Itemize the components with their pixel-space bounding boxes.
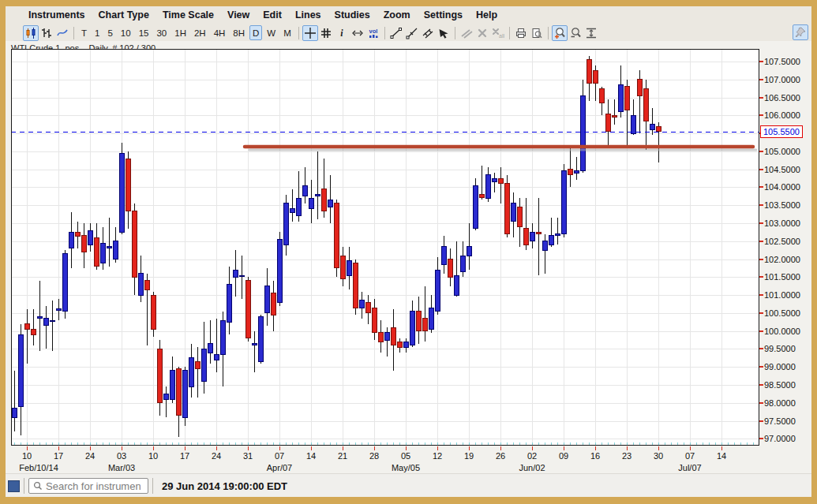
pin-icon [794,26,807,39]
date-axis-label: 03 [106,451,137,461]
zoom-in-icon [553,27,566,39]
price-axis-tick [759,186,763,188]
menu-item-settings[interactable]: Settings [424,9,463,21]
crosshair-icon [304,27,317,39]
arrow-tool-icon [437,27,450,39]
price-axis-tick [759,438,763,439]
application-window: InstrumentsChart TypeTime ScaleViewEditL… [0,0,817,504]
timeframe-button-30[interactable]: 30 [153,25,170,40]
volume-button[interactable]: vol [365,25,381,41]
date-axis-label: 10 [11,451,43,461]
trend-ray-tool-button[interactable] [404,25,420,41]
horizontal-pan-button[interactable] [350,25,365,41]
svg-text:i: i [340,28,343,39]
menu-bar: InstrumentsChart TypeTime ScaleViewEditL… [6,6,811,24]
statusbar-separator [24,478,24,494]
search-instrument-input[interactable] [43,480,141,492]
date-axis-label: 26 [485,451,516,461]
date-axis-label: 10 [137,451,169,461]
fit-vertical-range-button[interactable] [583,25,599,41]
ohlc-chart-button[interactable] [39,25,54,41]
timeframe-button-8h[interactable]: 8H [230,25,248,40]
date-axis-label: 05 [390,451,422,461]
price-axis-label: 101.5000 [764,272,800,282]
zoom-in-button[interactable] [552,25,568,41]
line-chart-button[interactable] [54,25,70,41]
date-axis-label: 07 [264,451,295,461]
delete-line-button[interactable] [474,25,490,41]
menu-item-studies[interactable]: Studies [335,9,370,21]
timeframe-button-10[interactable]: 10 [118,25,134,40]
parallel-channel-tool-button[interactable] [420,25,436,41]
line-chart-icon [56,27,69,39]
delete-x-icon [476,27,489,39]
svg-text:vol: vol [369,28,377,35]
menu-item-chart-type[interactable]: Chart Type [99,9,149,21]
toolbar-separator [384,27,385,39]
date-axis-label: 21 [327,451,358,461]
grid-button[interactable] [318,25,334,41]
timeframe-button-1[interactable]: 1 [92,25,103,40]
horizontal-arrows-icon [351,27,364,39]
menu-item-view[interactable]: View [227,9,249,21]
month-axis-label: Jul/07 [658,463,721,472]
menu-item-lines[interactable]: Lines [295,9,321,21]
toolbar-separator [73,27,74,39]
date-axis-label: 12 [422,451,453,461]
timeframe-button-t[interactable]: T [78,25,90,40]
menu-item-time-scale[interactable]: Time Scale [163,9,214,21]
chart-canvas[interactable] [11,49,759,453]
price-axis-label: 102.5000 [764,237,800,246]
zoom-out-button[interactable] [568,25,583,41]
date-axis-label: 16 [579,451,611,461]
trend-line-tool-button[interactable] [388,25,404,41]
timeframe-button-2h[interactable]: 2H [191,25,209,40]
toolbar-separator [455,27,455,39]
arrow-tool-button[interactable] [436,25,452,41]
candlestick-chart-button[interactable] [23,25,39,41]
timeframe-button-d[interactable]: D [249,25,262,40]
date-axis-label: 23 [611,451,643,461]
menu-item-zoom[interactable]: Zoom [384,9,410,21]
trend-ray-icon [406,27,418,39]
timeframe-button-4h[interactable]: 4H [211,25,229,40]
search-icon [32,480,43,491]
timeframe-button-15[interactable]: 15 [136,25,152,40]
delete-all-lines-button[interactable]: all [490,25,506,41]
parallel-channel-icon [422,27,434,39]
price-axis-label: 104.0000 [764,182,800,192]
date-axis-label: 24 [74,451,106,461]
ohlc-bars-icon [40,27,53,39]
price-axis-tick [759,241,763,242]
parallel-lines-button[interactable] [459,25,474,41]
timeframe-button-1h[interactable]: 1H [171,25,189,40]
date-axis-label: 09 [548,451,579,461]
info-button[interactable]: i [334,25,350,41]
date-axis-label: 19 [453,451,485,461]
toolbar-separator [298,27,299,39]
toolbar-separator [509,27,510,39]
price-axis-tick [759,79,763,80]
chart-timestamp: 29 Jun 2014 19:00:00 EDT [162,480,287,492]
timeframe-group: T151015301H2H4H8HDWM [77,25,295,41]
price-axis-tick [759,384,763,386]
menu-item-instruments[interactable]: Instruments [28,9,85,21]
menu-item-edit[interactable]: Edit [263,9,282,21]
timeframe-button-5[interactable]: 5 [104,25,115,40]
month-axis-label: Apr/07 [248,463,311,472]
price-axis-tick [759,276,763,278]
candlestick-icon [24,27,37,39]
print-preview-button[interactable] [529,25,545,41]
instrument-color-swatch [8,480,20,492]
print-button[interactable] [513,25,529,41]
crosshair-button[interactable] [302,25,318,41]
timeframe-button-w[interactable]: W [264,25,279,40]
pin-button[interactable] [793,24,808,40]
menu-item-help[interactable]: Help [476,9,497,21]
toolbar-separator [548,27,549,39]
timeframe-button-m[interactable]: M [280,25,294,40]
search-instrument-box [28,478,148,494]
month-axis-label: Feb/10/14 [7,463,70,472]
info-icon: i [335,27,348,39]
price-axis-tick [759,169,763,170]
